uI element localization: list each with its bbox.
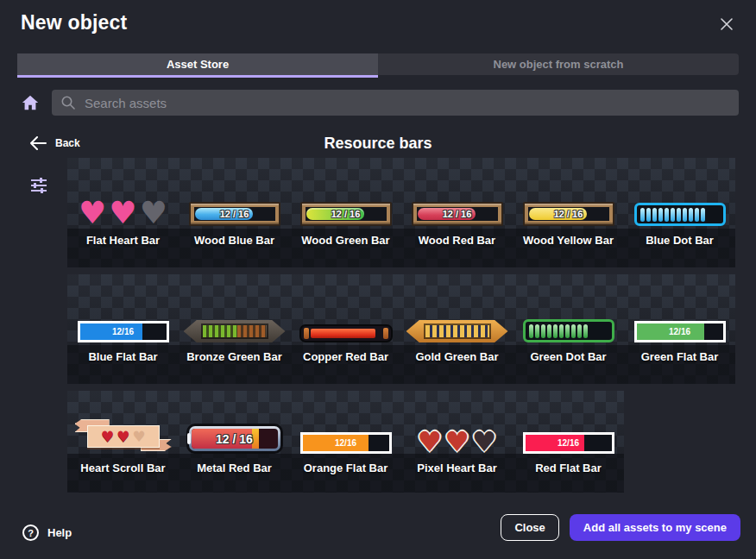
bar-value: 12 / 16 bbox=[528, 207, 609, 221]
add-all-assets-button[interactable]: Add all assets to my scene bbox=[570, 514, 740, 541]
back-arrow-icon bbox=[29, 136, 47, 150]
asset-label: Wood Blue Bar bbox=[179, 229, 290, 247]
close-button[interactable]: Close bbox=[501, 514, 558, 541]
search-input[interactable]: Search assets bbox=[52, 90, 739, 116]
metal-red-bar-preview: 12 / 16 bbox=[179, 391, 290, 456]
asset-blue-flat-bar[interactable]: 12/16 Blue Flat Bar bbox=[67, 274, 179, 384]
heart-icon: ♥ bbox=[472, 430, 497, 454]
asset-label: Green Flat Bar bbox=[624, 345, 735, 363]
pixel-heart-bar-preview: ♥ ♥ ♥ bbox=[401, 391, 513, 456]
asset-label: Heart Scroll Bar bbox=[67, 456, 179, 474]
bar-value: 12/16 bbox=[303, 435, 389, 451]
tab-bar: Asset Store New object from scratch bbox=[17, 53, 739, 75]
home-icon[interactable] bbox=[21, 93, 40, 112]
asset-metal-red-bar[interactable]: 12 / 16 Metal Red Bar bbox=[179, 391, 290, 493]
asset-label: Blue Dot Bar bbox=[624, 229, 735, 247]
bar-value: 12/16 bbox=[637, 323, 723, 340]
asset-label: Flat Heart Bar bbox=[67, 229, 179, 247]
asset-green-dot-bar[interactable]: Green Dot Bar bbox=[513, 274, 624, 384]
bar-value: 12 / 16 bbox=[306, 207, 387, 221]
tab-asset-store-label: Asset Store bbox=[167, 58, 229, 71]
wood-green-bar-preview: 12 / 16 bbox=[290, 158, 401, 229]
blue-dot-bar-preview bbox=[624, 158, 735, 229]
asset-copper-red-bar[interactable]: Copper Red Bar bbox=[290, 274, 401, 384]
wood-yellow-bar-preview: 12 / 16 bbox=[513, 158, 624, 229]
heart-icon: ♥ bbox=[101, 430, 114, 444]
asset-label: Gold Green Bar bbox=[401, 345, 513, 363]
red-flat-bar-preview: 12/16 bbox=[513, 391, 624, 456]
footer-buttons: Close Add all assets to my scene bbox=[501, 514, 740, 541]
filter-icon[interactable] bbox=[29, 176, 48, 195]
tab-asset-store[interactable]: Asset Store bbox=[17, 53, 378, 75]
asset-wood-blue-bar[interactable]: 12 / 16 Wood Blue Bar bbox=[179, 158, 290, 267]
asset-grid: ♥ ♥ ♥ Flat Heart Bar 12 / 16 Wood Blue B… bbox=[67, 158, 735, 499]
asset-orange-flat-bar[interactable]: 12/16 Orange Flat Bar bbox=[290, 391, 401, 493]
dialog-title: New object bbox=[21, 11, 127, 35]
back-label: Back bbox=[55, 137, 80, 149]
search-icon bbox=[60, 95, 76, 110]
asset-wood-yellow-bar[interactable]: 12 / 16 Wood Yellow Bar bbox=[513, 158, 624, 267]
heart-icon: ♥ bbox=[132, 430, 145, 444]
heart-icon: ♥ bbox=[117, 430, 129, 444]
new-object-dialog: New object Asset Store New object from s… bbox=[0, 0, 756, 559]
heart-icon: ♥ bbox=[417, 430, 442, 454]
search-row: Search assets bbox=[21, 90, 739, 116]
asset-label: Red Flat Bar bbox=[513, 456, 624, 474]
search-placeholder: Search assets bbox=[85, 96, 167, 110]
bar-value: 12 / 16 bbox=[194, 207, 275, 221]
gold-green-bar-preview bbox=[401, 274, 513, 345]
heart-icon: ♥ bbox=[79, 200, 106, 226]
bar-value: 12 / 16 bbox=[192, 429, 278, 449]
asset-row-3: ♥ ♥ ♥ Heart Scroll Bar 12 / 16 bbox=[67, 391, 624, 493]
help-icon: ? bbox=[22, 524, 39, 541]
asset-label: Orange Flat Bar bbox=[290, 456, 401, 474]
orange-flat-bar-preview: 12/16 bbox=[290, 391, 401, 456]
help-button[interactable]: ? Help bbox=[22, 524, 72, 541]
help-label: Help bbox=[47, 526, 72, 539]
asset-label: Wood Green Bar bbox=[290, 229, 401, 247]
asset-wood-green-bar[interactable]: 12 / 16 Wood Green Bar bbox=[290, 158, 401, 267]
asset-row-2: 12/16 Blue Flat Bar Bronze Green Bar Cop… bbox=[67, 274, 735, 384]
heart-icon: ♥ bbox=[109, 200, 136, 226]
asset-label: Bronze Green Bar bbox=[179, 345, 290, 363]
bronze-green-bar-preview bbox=[179, 274, 290, 345]
bar-value: 12/16 bbox=[526, 435, 612, 451]
heart-icon: ♥ bbox=[140, 200, 167, 226]
asset-row-1: ♥ ♥ ♥ Flat Heart Bar 12 / 16 Wood Blue B… bbox=[67, 158, 735, 267]
asset-label: Copper Red Bar bbox=[290, 345, 401, 363]
wood-red-bar-preview: 12 / 16 bbox=[401, 158, 513, 229]
copper-red-bar-preview bbox=[290, 274, 401, 345]
flat-heart-bar-preview: ♥ ♥ ♥ bbox=[67, 158, 179, 229]
asset-bronze-green-bar[interactable]: Bronze Green Bar bbox=[179, 274, 290, 384]
asset-label: Wood Yellow Bar bbox=[513, 229, 624, 247]
asset-red-flat-bar[interactable]: 12/16 Red Flat Bar bbox=[513, 391, 624, 493]
bar-value: 12 / 16 bbox=[417, 207, 498, 221]
tab-new-object-from-scratch[interactable]: New object from scratch bbox=[378, 53, 739, 75]
asset-label: Green Dot Bar bbox=[513, 345, 624, 363]
close-icon[interactable] bbox=[716, 14, 737, 35]
asset-label: Wood Red Bar bbox=[401, 229, 513, 247]
green-dot-bar-preview bbox=[513, 274, 624, 345]
heart-icon: ♥ bbox=[444, 430, 469, 454]
heart-scroll-bar-preview: ♥ ♥ ♥ bbox=[67, 391, 179, 456]
blue-flat-bar-preview: 12/16 bbox=[67, 274, 179, 345]
asset-blue-dot-bar[interactable]: Blue Dot Bar bbox=[624, 158, 735, 267]
asset-label: Metal Red Bar bbox=[179, 456, 290, 474]
back-button[interactable]: Back bbox=[29, 136, 80, 150]
page-title: Resource bars bbox=[0, 135, 756, 153]
asset-gold-green-bar[interactable]: Gold Green Bar bbox=[401, 274, 513, 384]
asset-wood-red-bar[interactable]: 12 / 16 Wood Red Bar bbox=[401, 158, 513, 267]
tab-from-scratch-label: New object from scratch bbox=[494, 58, 624, 71]
wood-blue-bar-preview: 12 / 16 bbox=[179, 158, 290, 229]
green-flat-bar-preview: 12/16 bbox=[624, 274, 735, 345]
asset-green-flat-bar[interactable]: 12/16 Green Flat Bar bbox=[624, 274, 735, 384]
bar-value: 12/16 bbox=[80, 323, 167, 340]
asset-pixel-heart-bar[interactable]: ♥ ♥ ♥ Pixel Heart Bar bbox=[401, 391, 513, 493]
asset-label: Pixel Heart Bar bbox=[401, 456, 513, 474]
asset-heart-scroll-bar[interactable]: ♥ ♥ ♥ Heart Scroll Bar bbox=[67, 391, 179, 493]
asset-flat-heart-bar[interactable]: ♥ ♥ ♥ Flat Heart Bar bbox=[67, 158, 179, 267]
asset-label: Blue Flat Bar bbox=[67, 345, 179, 363]
